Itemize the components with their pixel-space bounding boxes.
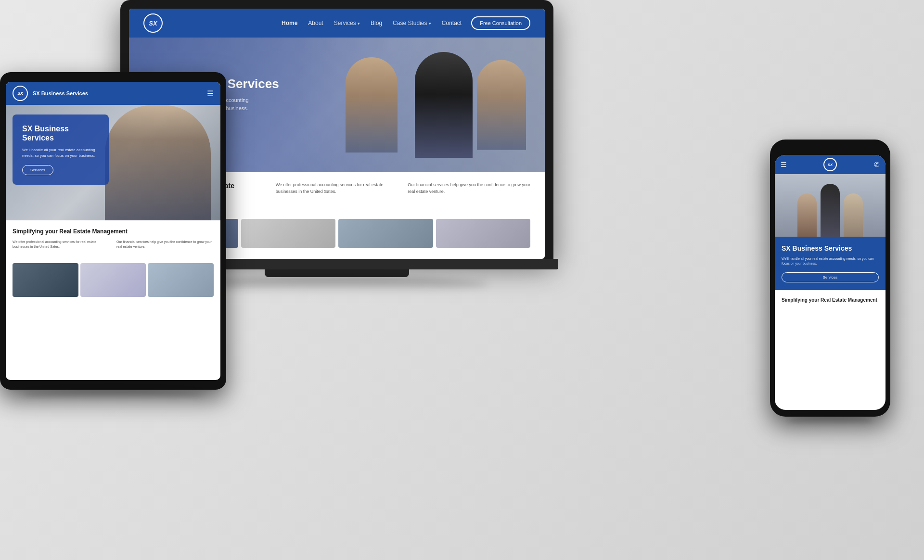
tablet-main-section: Simplifying your Real Estate Management … xyxy=(6,220,220,263)
laptop-nav-about[interactable]: About xyxy=(308,20,323,26)
tablet-thumbnails xyxy=(6,263,220,304)
services-chevron-icon: ▾ xyxy=(358,21,360,26)
tablet-hero-services-button[interactable]: Services xyxy=(22,165,53,175)
tablet-nav-title: SX Business Services xyxy=(33,90,207,96)
tablet-navbar: SX SX Business Services ☰ xyxy=(6,82,220,105)
mobile-hero-image xyxy=(775,174,886,237)
mobile-hero-subtitle: We'll handle all your real estate accoun… xyxy=(782,256,879,267)
laptop-thumb-2 xyxy=(241,219,336,248)
laptop-nav-blog[interactable]: Blog xyxy=(371,20,382,26)
tablet-thumb-1 xyxy=(13,263,78,297)
laptop-hero-person-3 xyxy=(477,60,526,150)
laptop-cta-button[interactable]: Free Consultation xyxy=(471,16,530,30)
tablet-device: SX SX Business Services ☰ SX Business Se… xyxy=(0,72,226,399)
mobile-hamburger-icon[interactable]: ☰ xyxy=(781,161,823,168)
scene: SX Home About Services ▾ Blog Case Studi… xyxy=(0,0,924,560)
tablet-hamburger-icon[interactable]: ☰ xyxy=(207,89,214,98)
laptop-logo: SX xyxy=(143,13,163,33)
mobile-person-3 xyxy=(844,193,863,237)
laptop-section-col1: We offer professional accounting service… xyxy=(276,182,398,202)
tablet-hero: SX Business Services We'll handle all yo… xyxy=(6,105,220,220)
laptop-section-col2: Our financial services help give you the… xyxy=(408,182,530,202)
tablet-section-text-2: Our financial services help give you the… xyxy=(116,240,214,250)
tablet-screen: SX SX Business Services ☰ SX Business Se… xyxy=(6,82,220,380)
mobile-hero-content: SX Business Services We'll handle all yo… xyxy=(775,237,886,290)
laptop-thumb-3 xyxy=(338,219,433,248)
tablet-logo: SX xyxy=(13,86,28,101)
tablet-thumb-3 xyxy=(148,263,214,297)
laptop-navbar: SX Home About Services ▾ Blog Case Studi… xyxy=(129,9,545,38)
tablet-reflection xyxy=(23,390,204,399)
laptop-thumb-4 xyxy=(436,219,531,248)
laptop-hero-person-1 xyxy=(346,57,398,153)
mobile-screen: ☰ SX ✆ SX Business Services xyxy=(775,155,886,410)
laptop-section-text-2: Our financial services help give you the… xyxy=(408,182,530,195)
tablet-section-text-1: We offer professional accounting service… xyxy=(13,240,110,250)
tablet-hero-overlay: SX Business Services We'll handle all yo… xyxy=(13,115,109,185)
mobile-main-section: Simplifying your Real Estate Management xyxy=(775,290,886,310)
tablet-hero-title: SX Business Services xyxy=(22,124,99,142)
casestudies-chevron-icon: ▾ xyxy=(429,21,431,26)
tablet-section-title: Simplifying your Real Estate Management xyxy=(13,228,214,236)
mobile-hero-title: SX Business Services xyxy=(782,244,879,253)
tablet-section-grid: We offer professional accounting service… xyxy=(13,240,214,250)
mobile-person-2 xyxy=(821,184,840,237)
mobile-navbar: ☰ SX ✆ xyxy=(775,155,886,174)
mobile-hero-people xyxy=(775,174,886,237)
laptop-nav-home[interactable]: Home xyxy=(282,20,297,26)
mobile-section-title: Simplifying your Real Estate Management xyxy=(782,297,879,303)
mobile-reflection xyxy=(788,417,873,425)
mobile-device: ☰ SX ✆ SX Business Services xyxy=(770,140,890,425)
tablet-hero-person xyxy=(105,105,211,220)
laptop-stand xyxy=(265,269,409,277)
mobile-services-button[interactable]: Services xyxy=(782,272,879,282)
tablet-outer: SX SX Business Services ☰ SX Business Se… xyxy=(0,72,226,390)
mobile-notch xyxy=(811,146,849,152)
laptop-reflection xyxy=(185,277,488,292)
tablet-hero-subtitle: We'll handle all your real estate accoun… xyxy=(22,147,99,159)
laptop-hero-people xyxy=(295,38,545,172)
laptop-nav-links: Home About Services ▾ Blog Case Studies … xyxy=(282,20,462,26)
laptop-nav-casestudies[interactable]: Case Studies ▾ xyxy=(393,20,431,26)
laptop-nav-services[interactable]: Services ▾ xyxy=(334,20,360,26)
tablet-thumb-2 xyxy=(80,263,146,297)
laptop-hero-person-2 xyxy=(415,52,473,158)
laptop-nav-contact[interactable]: Contact xyxy=(442,20,462,26)
mobile-logo: SX xyxy=(823,158,837,171)
mobile-phone-icon[interactable]: ✆ xyxy=(837,161,880,168)
mobile-person-1 xyxy=(797,193,817,237)
laptop-section-text-1: We offer professional accounting service… xyxy=(276,182,398,195)
mobile-outer: ☰ SX ✆ SX Business Services xyxy=(770,140,890,417)
